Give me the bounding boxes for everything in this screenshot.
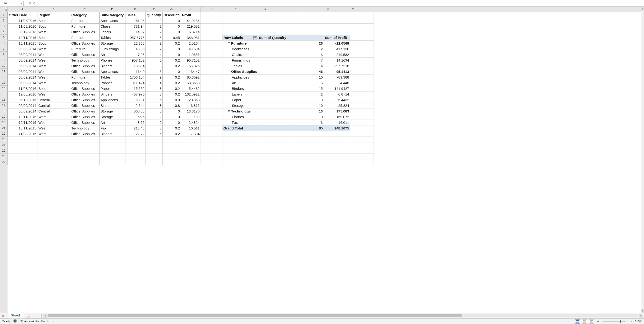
cell[interactable]: 731.94 bbox=[126, 24, 146, 29]
cell[interactable] bbox=[222, 24, 258, 29]
cell[interactable]: 3 bbox=[146, 91, 163, 97]
cell[interactable]: 6.8714 bbox=[324, 91, 350, 97]
cell[interactable] bbox=[8, 142, 38, 148]
select-all-button[interactable] bbox=[0, 7, 8, 12]
cell[interactable]: West bbox=[38, 125, 70, 131]
cell[interactable]: 5 bbox=[146, 97, 163, 103]
cell[interactable]: 911.424 bbox=[126, 80, 146, 86]
cell[interactable] bbox=[201, 80, 222, 86]
cell[interactable]: 0 bbox=[163, 52, 181, 58]
cell[interactable]: 16.011 bbox=[181, 125, 201, 131]
cell[interactable] bbox=[38, 142, 70, 148]
zoom-out-button[interactable]: − bbox=[596, 320, 600, 323]
cell[interactable] bbox=[291, 18, 324, 24]
zoom-slider[interactable] bbox=[603, 321, 626, 322]
cell[interactable]: Office Supplies bbox=[70, 91, 100, 97]
cell[interactable]: Furniture bbox=[70, 18, 100, 24]
cell[interactable]: 14.62 bbox=[126, 29, 146, 35]
column-header[interactable]: F bbox=[146, 7, 162, 12]
cell[interactable] bbox=[201, 91, 222, 97]
cell[interactable]: 2.4824 bbox=[181, 120, 201, 125]
cell[interactable]: 15.552 bbox=[126, 86, 146, 91]
cell[interactable]: −Technology bbox=[222, 108, 258, 114]
cell[interactable]: 2 bbox=[146, 120, 163, 125]
cell[interactable]: 957.5775 bbox=[126, 35, 146, 41]
row-header[interactable]: 16 bbox=[0, 97, 8, 103]
cell[interactable] bbox=[291, 24, 324, 29]
cell[interactable]: 0.2 bbox=[163, 80, 181, 86]
cell[interactable]: Quantity bbox=[146, 12, 163, 18]
cell[interactable]: 46 bbox=[291, 69, 324, 75]
cell[interactable]: Office Supplies bbox=[70, 29, 100, 35]
cell[interactable]: 0 bbox=[163, 114, 181, 120]
accessibility-status[interactable]: Accessibility: Good to go bbox=[20, 319, 55, 323]
cell[interactable]: 16.011 bbox=[324, 120, 350, 125]
cell[interactable]: Art bbox=[100, 52, 126, 58]
cell[interactable]: 3 bbox=[291, 120, 324, 125]
cell[interactable] bbox=[258, 159, 291, 165]
cell[interactable]: West bbox=[38, 91, 70, 97]
view-page-layout-button[interactable] bbox=[582, 319, 587, 323]
cell[interactable]: Office Supplies bbox=[70, 63, 100, 69]
cell[interactable]: -123.858 bbox=[181, 97, 201, 103]
cell[interactable]: 22.368 bbox=[126, 41, 146, 46]
cell[interactable] bbox=[258, 137, 291, 142]
cell[interactable]: 06/12/2016 bbox=[8, 29, 38, 35]
cell[interactable]: Appliances bbox=[100, 97, 126, 103]
sheet-tab-active[interactable]: Sheet1 bbox=[8, 313, 23, 318]
cell[interactable] bbox=[350, 75, 374, 80]
cell[interactable]: West bbox=[38, 69, 70, 75]
cell[interactable]: 2 bbox=[146, 29, 163, 35]
cell[interactable] bbox=[350, 114, 374, 120]
cell[interactable] bbox=[38, 154, 70, 159]
cell[interactable] bbox=[181, 148, 201, 154]
cell[interactable]: Central bbox=[38, 103, 70, 108]
zoom-level[interactable]: 115% bbox=[635, 320, 642, 323]
row-header[interactable]: 14 bbox=[0, 86, 8, 91]
sheet-nav-prev-icon[interactable]: ◂ bbox=[2, 314, 3, 317]
cell[interactable] bbox=[350, 24, 374, 29]
cell[interactable]: Discount bbox=[163, 12, 181, 18]
cell[interactable] bbox=[258, 24, 291, 29]
cell[interactable]: West bbox=[38, 58, 70, 63]
cell[interactable]: 9 bbox=[146, 75, 163, 80]
cell[interactable]: Order Date bbox=[8, 12, 38, 18]
cell[interactable]: 0.2 bbox=[163, 63, 181, 69]
cell[interactable]: Office Supplies bbox=[70, 103, 100, 108]
cell[interactable] bbox=[8, 137, 38, 142]
cell[interactable]: 2 bbox=[291, 46, 324, 52]
cell[interactable] bbox=[350, 35, 374, 41]
cell[interactable]: 06/09/2014 bbox=[8, 63, 38, 69]
cell[interactable]: 175.083 bbox=[324, 108, 350, 114]
cell[interactable]: Office Supplies bbox=[70, 52, 100, 58]
cell[interactable] bbox=[38, 148, 70, 154]
cell[interactable] bbox=[70, 142, 100, 148]
cell[interactable]: −Furniture bbox=[222, 41, 258, 46]
cell[interactable] bbox=[291, 142, 324, 148]
cell[interactable]: 6 bbox=[146, 108, 163, 114]
scroll-down-icon[interactable]: ▾ bbox=[641, 309, 644, 313]
cell[interactable]: Binders bbox=[100, 103, 126, 108]
cell[interactable]: South bbox=[38, 41, 70, 46]
cell[interactable]: 7.384 bbox=[181, 131, 201, 137]
cell[interactable]: 3 bbox=[146, 86, 163, 91]
cell[interactable] bbox=[350, 108, 374, 114]
cell[interactable] bbox=[258, 125, 291, 131]
cell[interactable] bbox=[100, 142, 126, 148]
cell[interactable] bbox=[201, 69, 222, 75]
row-header[interactable]: 26 bbox=[0, 153, 8, 159]
cell[interactable]: 0.2 bbox=[163, 41, 181, 46]
cell[interactable] bbox=[201, 108, 222, 114]
row-header[interactable]: 21 bbox=[0, 125, 8, 131]
cell[interactable]: 10/11/2015 bbox=[8, 35, 38, 41]
cell[interactable] bbox=[324, 137, 350, 142]
cell[interactable]: 5.4432 bbox=[181, 86, 201, 91]
cell[interactable] bbox=[258, 154, 291, 159]
cell[interactable] bbox=[201, 148, 222, 154]
cell[interactable]: West bbox=[38, 80, 70, 86]
row-header[interactable]: 20 bbox=[0, 119, 8, 125]
cell[interactable]: 0.2 bbox=[163, 131, 181, 137]
cell[interactable] bbox=[126, 154, 146, 159]
cell[interactable] bbox=[324, 142, 350, 148]
cell[interactable]: Central bbox=[38, 108, 70, 114]
